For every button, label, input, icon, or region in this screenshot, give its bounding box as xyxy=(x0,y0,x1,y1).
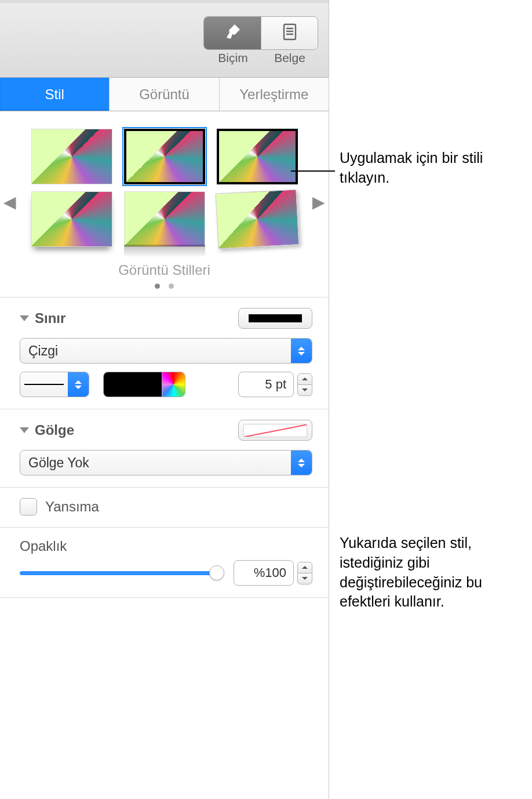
opacity-slider[interactable] xyxy=(20,566,223,580)
style-gallery: ◀ ▶ Görüntü Stilleri xyxy=(0,111,329,297)
inspector-panel: Biçim Belge Stil Görüntü Yerleştirme ◀ ▶ xyxy=(0,0,329,799)
format-button[interactable] xyxy=(204,17,261,49)
border-disclosure[interactable]: Sınır xyxy=(20,310,65,326)
section-border: Sınır Çizgi xyxy=(0,297,329,409)
color-wheel-icon[interactable] xyxy=(162,372,185,397)
segmented-control xyxy=(203,16,318,50)
border-style-popup[interactable] xyxy=(238,308,312,329)
document-icon xyxy=(280,23,299,43)
section-shadow: Gölge Gölge Yok xyxy=(0,409,329,488)
line-style-dropdown[interactable] xyxy=(20,372,89,397)
chevron-updown-icon xyxy=(68,372,89,397)
callout-1: Uygulamak için bir stili tıklayın. xyxy=(340,148,532,188)
format-label: Biçim xyxy=(205,51,261,65)
brush-icon xyxy=(223,23,242,43)
inspector-tabs: Stil Görüntü Yerleştirme xyxy=(0,78,329,111)
stepper-up[interactable] xyxy=(297,562,312,573)
document-label: Belge xyxy=(261,51,318,65)
annotation-area: Uygulamak için bir stili tıklayın. Yukar… xyxy=(329,0,532,799)
style-thumb-1[interactable] xyxy=(31,129,112,184)
style-thumb-3[interactable] xyxy=(217,129,298,184)
callout-line-1 xyxy=(291,170,335,172)
shadow-title: Gölge xyxy=(35,422,74,438)
none-swatch-icon xyxy=(243,424,307,437)
opacity-label: Opaklık xyxy=(20,538,67,554)
shadow-disclosure[interactable]: Gölge xyxy=(20,422,74,438)
style-thumb-4[interactable] xyxy=(31,191,112,247)
style-thumb-5[interactable] xyxy=(124,191,205,247)
dot-1[interactable] xyxy=(155,284,160,289)
tab-arrange[interactable]: Yerleştirme xyxy=(220,78,329,111)
color-swatch xyxy=(104,372,162,397)
gallery-next[interactable]: ▶ xyxy=(312,193,325,212)
root: Biçim Belge Stil Görüntü Yerleştirme ◀ ▶ xyxy=(0,0,532,799)
chevron-down-icon xyxy=(20,427,29,433)
toolbar: Biçim Belge xyxy=(0,3,329,78)
slider-track xyxy=(20,571,223,575)
tab-style[interactable]: Stil xyxy=(0,78,110,111)
gallery-caption: Görüntü Stilleri xyxy=(3,262,325,278)
tab-image[interactable]: Görüntü xyxy=(110,78,219,111)
callout-2: Yukarıda seçilen stil, istediğiniz gibi … xyxy=(340,533,532,612)
reflection-checkbox[interactable] xyxy=(20,498,37,515)
border-title: Sınır xyxy=(35,310,65,326)
border-width-stepper xyxy=(238,372,312,397)
border-width-input[interactable] xyxy=(238,372,294,397)
border-color-picker[interactable] xyxy=(103,372,185,397)
border-sample-icon xyxy=(249,314,302,322)
slider-knob[interactable] xyxy=(209,565,224,580)
style-thumb-2[interactable] xyxy=(124,129,205,184)
chevron-updown-icon xyxy=(291,339,312,363)
opacity-stepper xyxy=(234,560,312,586)
shadow-preview[interactable] xyxy=(238,420,312,441)
gallery-prev[interactable]: ◀ xyxy=(3,193,16,212)
chevron-down-icon xyxy=(20,315,29,321)
style-thumb-6[interactable] xyxy=(217,191,298,247)
opacity-input[interactable] xyxy=(234,560,294,586)
dot-2[interactable] xyxy=(169,284,174,289)
stepper-up[interactable] xyxy=(297,373,312,385)
gallery-page-dots[interactable] xyxy=(3,281,325,291)
section-reflection: Yansıma xyxy=(0,488,329,528)
border-type-dropdown[interactable]: Çizgi xyxy=(20,338,312,364)
stepper-down[interactable] xyxy=(297,573,312,584)
shadow-value: Gölge Yok xyxy=(20,455,291,471)
shadow-dropdown[interactable]: Gölge Yok xyxy=(20,450,312,475)
stepper-down[interactable] xyxy=(297,384,312,396)
reflection-label: Yansıma xyxy=(45,499,99,515)
line-preview-icon xyxy=(24,384,64,385)
section-opacity: Opaklık xyxy=(0,528,329,598)
document-button[interactable] xyxy=(261,17,318,49)
border-type-value: Çizgi xyxy=(20,343,291,359)
inspector-mode-switch: Biçim Belge xyxy=(203,16,318,65)
chevron-updown-icon xyxy=(291,451,312,475)
